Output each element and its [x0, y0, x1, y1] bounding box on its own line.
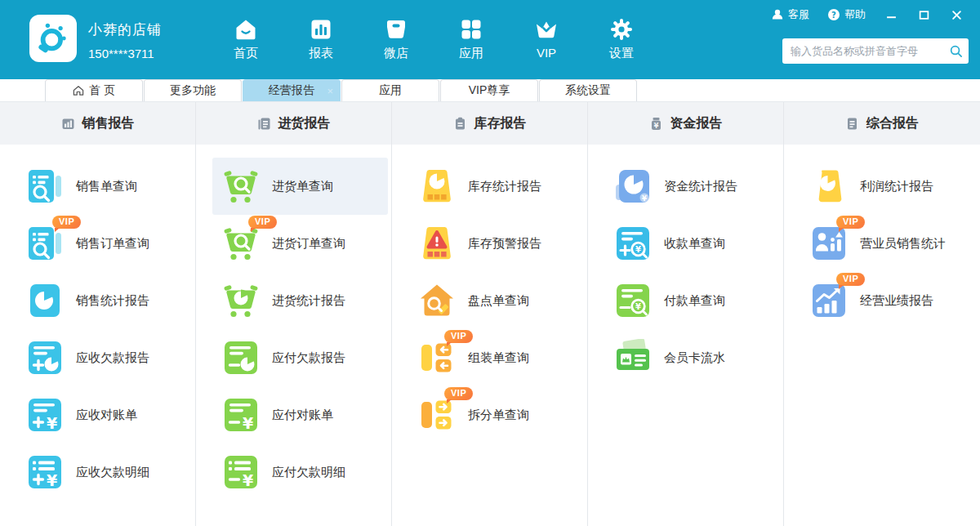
receipt-search-icon: ¥	[614, 225, 652, 262]
nav-label: 微店	[372, 46, 421, 61]
column-inventory-reports: 库存报告 库存统计报告 库存预警报告	[392, 102, 588, 526]
topbar: 客服 ? 帮助	[766, 6, 969, 24]
column-header-funds: ¥ 资金报告	[588, 102, 783, 145]
item-assembly-query[interactable]: VIP 组装单查询	[408, 329, 584, 386]
tab-business-report[interactable]: 经营报告 ×	[243, 79, 341, 101]
tab-label: 系统设置	[565, 83, 611, 98]
item-receipt-query[interactable]: ¥ 收款单查询	[604, 215, 780, 272]
item-label: 应付对账单	[272, 408, 333, 423]
column-items: 进货单查询 VIP 进货订单查询 进货统计报告	[196, 145, 391, 501]
item-payable-statement[interactable]: ¥ 应付对账单	[212, 386, 388, 444]
column-title: 资金报告	[670, 115, 723, 132]
order-search-icon: VIP	[26, 225, 64, 262]
item-purchase-slip-query[interactable]: 进货单查询	[212, 158, 388, 215]
minimize-button[interactable]	[879, 6, 903, 24]
nav-item-micro-store[interactable]: 微店	[372, 16, 421, 61]
item-label: 资金统计报告	[664, 179, 737, 194]
store-basket-icon	[384, 17, 408, 42]
item-label: 销售统计报告	[76, 293, 149, 309]
tab-system-settings[interactable]: 系统设置	[539, 79, 637, 101]
item-purchase-statistics-report[interactable]: 进货统计报告	[212, 272, 388, 329]
cart-order-icon: VIP	[222, 225, 260, 262]
item-receivable-statement[interactable]: ¥ 应收对账单	[16, 386, 192, 444]
item-label: 库存统计报告	[468, 179, 541, 194]
nav-label: VIP	[522, 46, 571, 60]
tab-label: VIP尊享	[469, 83, 510, 98]
item-payable-debt-report[interactable]: 应付欠款报告	[212, 329, 388, 386]
inventory-clipboard-icon	[453, 117, 467, 131]
column-title: 进货报告	[278, 115, 331, 132]
cart-search-icon	[222, 167, 260, 205]
cart-pie-icon	[222, 282, 260, 319]
item-label: 应付欠款明细	[272, 465, 345, 480]
column-items: ¥ 资金统计报告 ¥ 收款单查询 ¥ 付款单查询	[588, 145, 783, 386]
item-receivable-debt-report[interactable]: 应收欠款报告	[16, 329, 192, 386]
maximize-icon	[919, 10, 929, 20]
payable-statement-icon: ¥	[222, 396, 260, 434]
item-inventory-warning-report[interactable]: 库存预警报告	[408, 215, 584, 272]
search-input[interactable]	[782, 38, 942, 64]
item-sales-slip-query[interactable]: 销售单查询	[16, 158, 192, 215]
header: 小莽的店铺 150****3711 首页 报表	[0, 0, 980, 79]
tab-vip[interactable]: VIP尊享	[440, 79, 538, 101]
svg-text:¥: ¥	[635, 302, 641, 311]
column-funds-reports: ¥ 资金报告 ¥ 资金统计报告 ¥ 收款单查询	[588, 102, 784, 526]
vip-badge: VIP	[52, 216, 81, 229]
item-receivable-debt-detail[interactable]: ¥ 应收欠款明细	[16, 444, 192, 501]
receivable-pie-icon	[26, 339, 64, 377]
tab-more-functions[interactable]: 更多功能	[144, 79, 242, 101]
app-logo[interactable]	[29, 15, 77, 62]
svg-text:¥: ¥	[243, 414, 253, 432]
item-clerk-sales-statistics[interactable]: VIP 营业员销售统计	[800, 215, 977, 272]
item-payable-debt-detail[interactable]: ¥ 应付欠款明细	[212, 444, 388, 501]
svg-text:¥: ¥	[653, 122, 658, 129]
item-label: 应收对账单	[76, 408, 137, 423]
item-label: 进货订单查询	[272, 236, 345, 252]
nav-item-vip[interactable]: VIP	[522, 16, 571, 61]
item-label: 销售单查询	[76, 179, 137, 194]
svg-text:¥: ¥	[47, 414, 57, 432]
maximize-button[interactable]	[911, 6, 936, 24]
item-funds-statistics-report[interactable]: ¥ 资金统计报告	[604, 158, 780, 215]
warehouse-pie-icon	[418, 167, 456, 205]
search-button[interactable]	[942, 38, 969, 64]
item-sales-statistics-report[interactable]: 销售统计报告	[16, 272, 192, 329]
nav-item-home[interactable]: 首页	[221, 16, 270, 61]
nav-item-reports[interactable]: 报表	[296, 16, 345, 61]
item-profit-statistics-report[interactable]: 利润统计报告	[800, 158, 977, 215]
column-header-purchase: 进货报告	[196, 102, 391, 145]
item-label: 库存预警报告	[468, 236, 541, 252]
pie-report-icon	[26, 282, 64, 319]
summary-doc-icon	[845, 117, 859, 131]
tab-apps[interactable]: 应用	[341, 79, 439, 101]
item-purchase-order-query[interactable]: VIP 进货订单查询	[212, 215, 388, 272]
payable-detail-icon: ¥	[222, 453, 260, 491]
purchase-ledger-icon	[257, 117, 271, 131]
doc-search-icon	[26, 167, 64, 205]
item-label: 营业员销售统计	[860, 236, 946, 252]
nav-label: 应用	[447, 46, 496, 61]
tab-home[interactable]: 首 页	[45, 79, 143, 101]
item-label: 付款单查询	[664, 293, 725, 309]
vip-badge: VIP	[836, 216, 865, 229]
column-title: 综合报告	[866, 115, 919, 132]
search-icon	[949, 44, 963, 58]
item-member-card-flow[interactable]: 会员卡流水	[604, 329, 780, 386]
customer-service-link[interactable]: 客服	[766, 6, 814, 24]
item-stocktake-query[interactable]: 盘点单查询	[408, 272, 584, 329]
payment-search-icon: ¥	[614, 282, 652, 319]
home-outline-icon	[73, 85, 84, 96]
close-button[interactable]	[944, 6, 969, 24]
nav-item-settings[interactable]: 设置	[597, 16, 646, 61]
column-items: 销售单查询 VIP 销售订单查询 销售统计报告	[0, 145, 195, 501]
item-payment-query[interactable]: ¥ 付款单查询	[604, 272, 780, 329]
item-performance-report[interactable]: VIP 经营业绩报告	[800, 272, 977, 329]
item-sales-order-query[interactable]: VIP 销售订单查询	[16, 215, 192, 272]
close-tab-icon[interactable]: ×	[327, 86, 333, 96]
help-link[interactable]: ? 帮助	[822, 6, 871, 24]
nav-item-apps[interactable]: 应用	[447, 16, 496, 61]
customer-service-icon	[771, 8, 784, 21]
item-inventory-statistics-report[interactable]: 库存统计报告	[408, 158, 584, 215]
tab-label: 首 页	[89, 83, 115, 98]
item-split-query[interactable]: VIP 拆分单查询	[408, 386, 584, 444]
